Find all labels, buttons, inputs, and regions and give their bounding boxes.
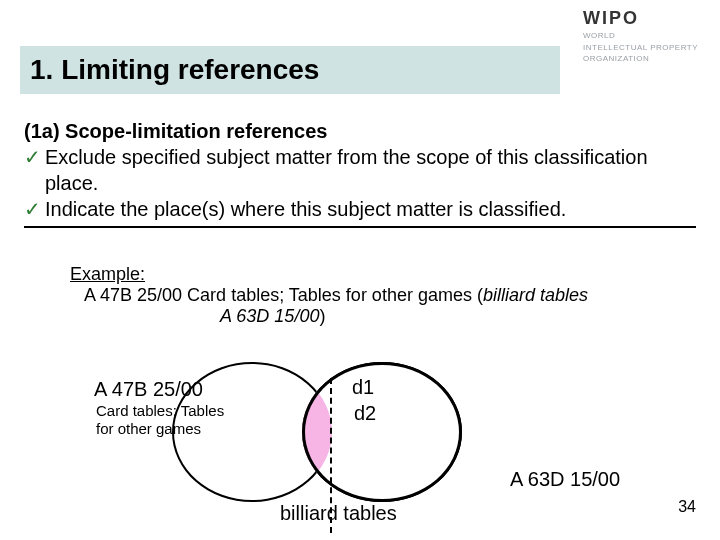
- check-icon: ✓: [24, 144, 41, 170]
- logo-sub-1: WORLD: [583, 31, 698, 41]
- body-text: (1a) Scope-limitation references ✓ Exclu…: [24, 118, 696, 228]
- check-icon: ✓: [24, 196, 41, 222]
- example-line-1: A 47B 25/00 Card tables; Tables for othe…: [70, 285, 670, 306]
- venn-left-sub: Card tables; Tables for other games: [96, 402, 236, 438]
- wipo-logo: WIPO WORLD INTELLECTUAL PROPERTY ORGANIZ…: [583, 8, 698, 64]
- example-block: Example: A 47B 25/00 Card tables; Tables…: [70, 264, 670, 327]
- paren-close: ): [319, 306, 325, 326]
- logo-sub-3: ORGANIZATION: [583, 54, 698, 64]
- logo-sub-2: INTELLECTUAL PROPERTY: [583, 43, 698, 53]
- bullet-2-text: Indicate the place(s) where this subject…: [45, 196, 566, 222]
- example-italic-2: A 63D 15/00: [220, 306, 319, 326]
- example-code-1: A 47B 25/00: [84, 285, 182, 305]
- example-desc-1: Card tables; Tables for other games: [187, 285, 472, 305]
- slide-title: 1. Limiting references: [30, 54, 319, 86]
- venn-left-code: A 47B 25/00: [94, 378, 203, 401]
- slide: WIPO WORLD INTELLECTUAL PROPERTY ORGANIZ…: [0, 0, 720, 540]
- example-line-2: A 63D 15/00): [70, 306, 670, 327]
- venn-right-code: A 63D 15/00: [510, 468, 620, 491]
- venn-bottom-label: billiard tables: [280, 502, 397, 525]
- bullet-2: ✓ Indicate the place(s) where this subje…: [24, 196, 696, 222]
- venn-right-outline: [302, 362, 462, 502]
- logo-name: WIPO: [583, 8, 698, 29]
- page-number: 34: [678, 498, 696, 516]
- venn-d2: d2: [354, 402, 376, 425]
- bullet-1: ✓ Exclude specified subject matter from …: [24, 144, 696, 196]
- example-label: Example:: [70, 264, 145, 284]
- venn-d1: d1: [352, 376, 374, 399]
- divider: [24, 226, 696, 228]
- example-italic-1: billiard tables: [483, 285, 588, 305]
- title-bar: 1. Limiting references: [20, 46, 560, 94]
- bullet-1-text: Exclude specified subject matter from th…: [45, 144, 696, 196]
- section-heading: (1a) Scope-limitation references: [24, 118, 696, 144]
